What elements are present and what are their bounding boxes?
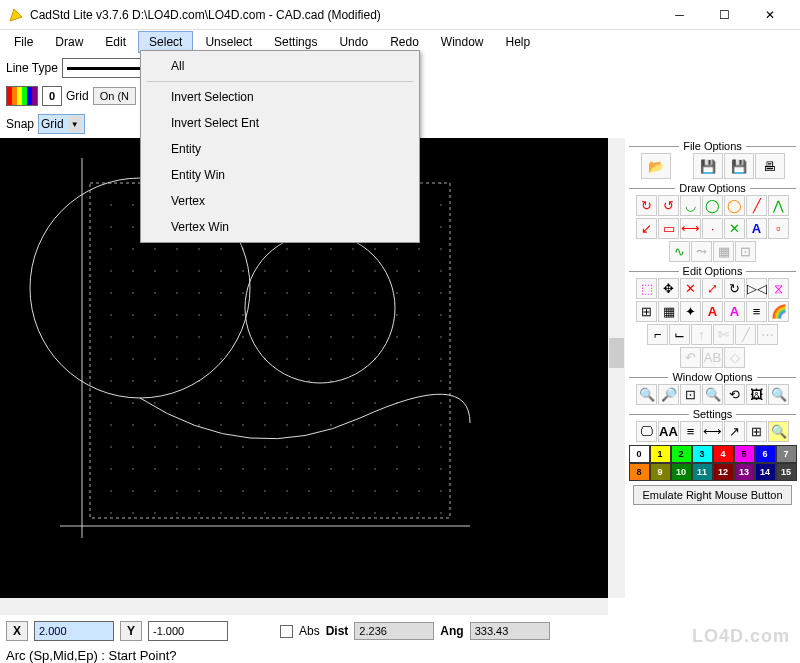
font-settings-icon[interactable]: AA	[658, 421, 679, 442]
arc-3pt-icon[interactable]: ◡	[680, 195, 701, 216]
open-file-icon[interactable]: 📂	[641, 153, 671, 179]
color-swatch-0[interactable]: 0	[629, 445, 650, 463]
zoom-window-icon[interactable]: 🔍	[702, 384, 723, 405]
color-swatch-9[interactable]: 9	[650, 463, 671, 481]
fillet-icon[interactable]: ✄	[713, 324, 734, 345]
menu-item-draw[interactable]: Draw	[45, 32, 93, 52]
color-swatch-10[interactable]: 10	[671, 463, 692, 481]
arrow-icon[interactable]: ↙	[636, 218, 657, 239]
color-swatch-2[interactable]: 2	[671, 445, 692, 463]
select-icon[interactable]: ⬚	[636, 278, 657, 299]
y-button[interactable]: Y	[120, 621, 142, 641]
explode-icon[interactable]: ✦	[680, 301, 701, 322]
menu-item-undo[interactable]: Undo	[329, 32, 378, 52]
circle-icon[interactable]: ◯	[702, 195, 723, 216]
color-swatch-11[interactable]: 11	[692, 463, 713, 481]
x-button[interactable]: X	[6, 621, 28, 641]
array-icon[interactable]: ▦	[658, 301, 679, 322]
offset-icon[interactable]: ⊡	[735, 241, 756, 262]
maximize-button[interactable]: ☐	[702, 1, 747, 29]
color-swatch-7[interactable]: 7	[776, 445, 797, 463]
close-button[interactable]: ✕	[747, 1, 792, 29]
color-swatch-4[interactable]: 4	[713, 445, 734, 463]
color-swatch-8[interactable]: 8	[629, 463, 650, 481]
x-input[interactable]	[34, 621, 114, 641]
color-swatch-15[interactable]: 15	[776, 463, 797, 481]
curve-icon[interactable]: ⤳	[691, 241, 712, 262]
current-color-index[interactable]: 0	[42, 86, 62, 106]
undo-edit-icon[interactable]: ↶	[680, 347, 701, 368]
spline-icon[interactable]: ∿	[669, 241, 690, 262]
select-menu-vertex[interactable]: Vertex	[143, 188, 417, 214]
menu-item-unselect[interactable]: Unselect	[195, 32, 262, 52]
menu-item-settings[interactable]: Settings	[264, 32, 327, 52]
select-menu-entity[interactable]: Entity	[143, 136, 417, 162]
pan-icon[interactable]: 🖼	[746, 384, 767, 405]
chamfer-icon[interactable]: ╱	[735, 324, 756, 345]
y-input[interactable]	[148, 621, 228, 641]
trim-icon[interactable]: ⤢	[702, 278, 723, 299]
extend-icon[interactable]: ↑	[691, 324, 712, 345]
print-icon[interactable]: 🖶	[755, 153, 785, 179]
color-strip[interactable]	[6, 86, 38, 106]
grid-settings-icon[interactable]: ⊞	[746, 421, 767, 442]
color-swatch-1[interactable]: 1	[650, 445, 671, 463]
select-menu-all[interactable]: All	[143, 53, 417, 79]
horizontal-scrollbar[interactable]	[0, 598, 608, 615]
dim-settings-icon[interactable]: ⟷	[702, 421, 723, 442]
save-as-icon[interactable]: 💾	[724, 153, 754, 179]
color-swatch-6[interactable]: 6	[755, 445, 776, 463]
rectangle-icon[interactable]: ▭	[658, 218, 679, 239]
zoom-out-icon[interactable]: 🔎	[658, 384, 679, 405]
line-icon[interactable]: ╱	[746, 195, 767, 216]
redraw-icon[interactable]: 🔍	[768, 384, 789, 405]
units-settings-icon[interactable]: ≡	[680, 421, 701, 442]
color-swatch-12[interactable]: 12	[713, 463, 734, 481]
select-menu-entity-win[interactable]: Entity Win	[143, 162, 417, 188]
copy-icon[interactable]: ⊞	[636, 301, 657, 322]
misc-edit-icon[interactable]: ◇	[724, 347, 745, 368]
delete-icon[interactable]: ✕	[680, 278, 701, 299]
color-swatch-14[interactable]: 14	[755, 463, 776, 481]
text-icon[interactable]: A	[746, 218, 767, 239]
color-edit-icon[interactable]: 🌈	[768, 301, 789, 322]
scale-icon[interactable]: ⧖	[768, 278, 789, 299]
menu-item-file[interactable]: File	[4, 32, 43, 52]
text-edit-icon[interactable]: A	[702, 301, 723, 322]
select-menu-invert-select-ent[interactable]: Invert Select Ent	[143, 110, 417, 136]
divide-icon[interactable]: ⋯	[757, 324, 778, 345]
arc-ccw-icon[interactable]: ↺	[658, 195, 679, 216]
color-swatch-13[interactable]: 13	[734, 463, 755, 481]
rotate-icon[interactable]: ↻	[724, 278, 745, 299]
arc-cw-icon[interactable]: ↻	[636, 195, 657, 216]
snap-dropdown[interactable]: Grid ▼	[38, 114, 85, 134]
polyline-icon[interactable]: ⋀	[768, 195, 789, 216]
menu-item-window[interactable]: Window	[431, 32, 494, 52]
grid-toggle-button[interactable]: On (N	[93, 87, 136, 105]
display-settings-icon[interactable]: 🖵	[636, 421, 657, 442]
color-swatch-5[interactable]: 5	[734, 445, 755, 463]
snap-settings-icon[interactable]: 🔍	[768, 421, 789, 442]
line-type-selector[interactable]	[62, 58, 147, 78]
point-icon[interactable]: ·	[702, 218, 723, 239]
zoom-previous-icon[interactable]: ⟲	[724, 384, 745, 405]
cross-icon[interactable]: ✕	[724, 218, 745, 239]
vertical-scrollbar[interactable]	[608, 138, 625, 598]
snap-box-icon[interactable]: ▫	[768, 218, 789, 239]
save-file-icon[interactable]: 💾	[693, 153, 723, 179]
break-icon[interactable]: ⌐	[647, 324, 668, 345]
ellipse-icon[interactable]: ◯	[724, 195, 745, 216]
menu-item-edit[interactable]: Edit	[95, 32, 136, 52]
menu-item-help[interactable]: Help	[496, 32, 541, 52]
abs-checkbox[interactable]	[280, 625, 293, 638]
arrow-settings-icon[interactable]: ↗	[724, 421, 745, 442]
line-style-icon[interactable]: ≡	[746, 301, 767, 322]
select-menu-vertex-win[interactable]: Vertex Win	[143, 214, 417, 240]
text-style-icon[interactable]: A	[724, 301, 745, 322]
redo-text-icon[interactable]: AB	[702, 347, 723, 368]
color-swatch-3[interactable]: 3	[692, 445, 713, 463]
zoom-extents-icon[interactable]: ⊡	[680, 384, 701, 405]
minimize-button[interactable]: ─	[657, 1, 702, 29]
join-icon[interactable]: ⌙	[669, 324, 690, 345]
select-menu-invert-selection[interactable]: Invert Selection	[143, 84, 417, 110]
